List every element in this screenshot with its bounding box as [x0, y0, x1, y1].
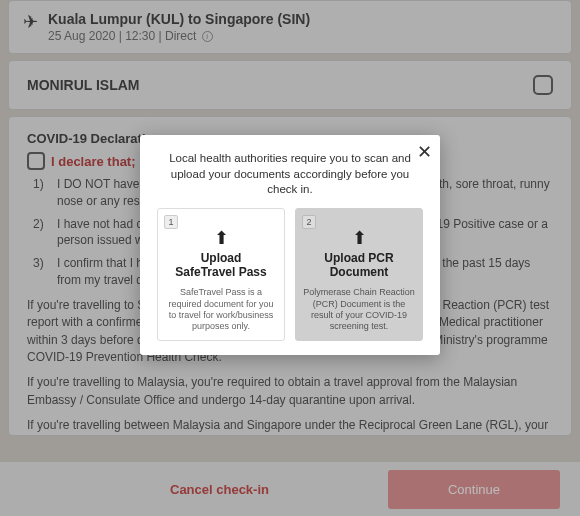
upload-title: Upload PCRDocument — [302, 251, 416, 280]
upload-safetravel-card[interactable]: 1 ⬆ UploadSafeTravel Pass SafeTravel Pas… — [157, 208, 285, 342]
upload-icon: ⬆ — [164, 227, 278, 249]
upload-icon: ⬆ — [302, 227, 416, 249]
upload-desc: Polymerase Chain Reaction (PCR) Document… — [302, 287, 416, 332]
badge-2: 2 — [302, 215, 316, 229]
upload-title: UploadSafeTravel Pass — [164, 251, 278, 280]
upload-desc: SafeTravel Pass is a required document f… — [164, 287, 278, 332]
upload-modal: ✕ Local health authorities require you t… — [140, 135, 440, 355]
close-icon[interactable]: ✕ — [417, 141, 432, 163]
upload-pcr-card[interactable]: 2 ⬆ Upload PCRDocument Polymerase Chain … — [295, 208, 423, 342]
modal-text: Local health authorities require you to … — [150, 145, 430, 208]
badge-1: 1 — [164, 215, 178, 229]
